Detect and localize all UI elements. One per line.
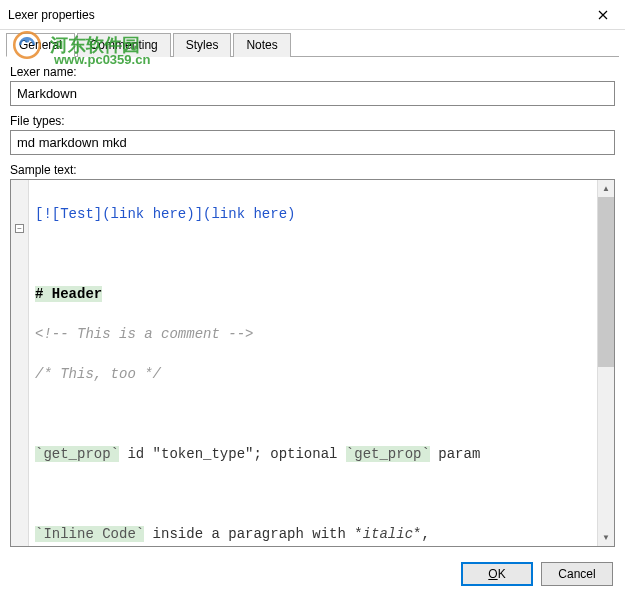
scroll-down-icon[interactable]: ▼ <box>598 529 614 546</box>
tab-content: Lexer name: File types: Sample text: − [… <box>0 57 625 555</box>
close-button[interactable] <box>580 0 625 30</box>
titlebar: Lexer properties <box>0 0 625 30</box>
lexer-name-input[interactable] <box>10 81 615 106</box>
sample-link-text: [![Test] <box>35 206 102 222</box>
code-view[interactable]: [![Test](link here)](link here) # Header… <box>29 180 597 546</box>
window-title: Lexer properties <box>8 8 580 22</box>
sample-text-label: Sample text: <box>10 163 615 177</box>
watermark-url: www.pc0359.cn <box>54 52 150 67</box>
watermark-overlay: 河东软件园 www.pc0359.cn <box>10 28 140 62</box>
svg-point-0 <box>14 32 40 58</box>
watermark-logo <box>10 28 44 62</box>
code-gutter: − <box>11 180 29 546</box>
sample-text-area[interactable]: − [![Test](link here)](link here) # Head… <box>10 179 615 547</box>
ok-button[interactable]: OK <box>461 562 533 586</box>
scroll-up-icon[interactable]: ▲ <box>598 180 614 197</box>
vertical-scrollbar[interactable]: ▲ ▼ <box>597 180 614 546</box>
svg-point-1 <box>24 37 29 42</box>
close-icon <box>598 10 608 20</box>
dialog-buttons: OK Cancel <box>461 562 613 586</box>
scroll-thumb[interactable] <box>598 197 614 367</box>
cancel-button[interactable]: Cancel <box>541 562 613 586</box>
fold-icon[interactable]: − <box>15 224 24 233</box>
sample-header: # Header <box>35 286 102 302</box>
lexer-name-label: Lexer name: <box>10 65 615 79</box>
sample-comment: <!-- This is a comment --> <box>35 326 253 342</box>
file-types-input[interactable] <box>10 130 615 155</box>
tab-styles[interactable]: Styles <box>173 33 232 57</box>
tab-notes[interactable]: Notes <box>233 33 290 57</box>
file-types-label: File types: <box>10 114 615 128</box>
